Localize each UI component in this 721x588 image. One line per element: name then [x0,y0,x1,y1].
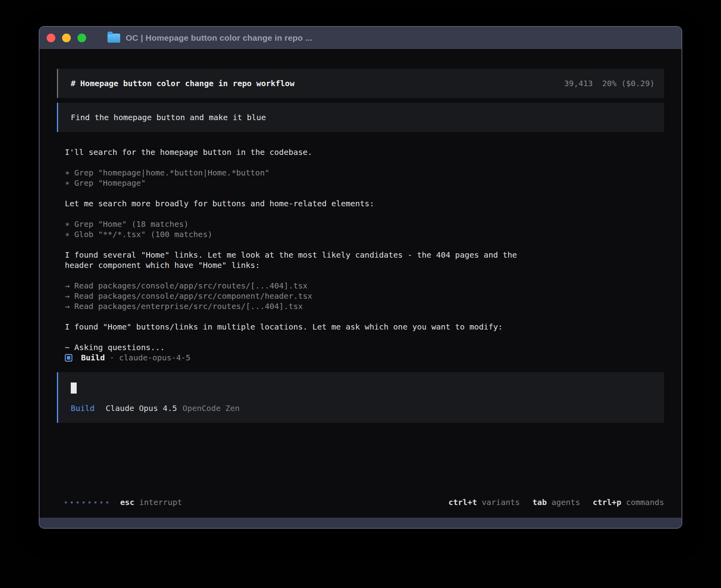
text-cursor [71,383,77,394]
conversation-line: ~ Asking questions... [65,342,664,352]
agent-model: claude-opus-4-5 [119,352,191,363]
conversation-line: I found several "Home" links. Let me loo… [65,250,664,260]
terminal-content: # Homepage button color change in repo w… [40,49,681,518]
spinner-dot [65,501,67,503]
conversation-line: I found "Home" buttons/links in multiple… [65,322,664,332]
spinner-dot [89,501,91,503]
conversation-text: ~ Asking questions... [65,343,165,352]
tool-call-icon: ∗ [65,178,70,188]
conversation-text: Grep "homepage|home.*button|Home.*button… [74,168,270,177]
status-bar-left: escinterrupt [65,497,182,507]
keybind-interrupt: escinterrupt [120,497,182,507]
context-percent: 20% [602,78,617,89]
conversation-blank-line [65,332,664,342]
spinner-dot [100,501,102,503]
folder-icon [108,34,120,43]
prompt-input[interactable]: Build Claude Opus 4.5 OpenCode Zen [57,372,664,423]
session-header: # Homepage button color change in repo w… [57,69,664,98]
input-meta: Build Claude Opus 4.5 OpenCode Zen [71,403,655,413]
status-bar: escinterrupt ctrl+tvariants tabagents ct… [57,497,664,507]
agent-separator: · [109,352,114,363]
token-count: 39,413 [564,78,593,89]
conversation-text: Glob "**/*.tsx" (100 matches) [74,230,212,239]
conversation-text: header component which have "Home" links… [65,260,260,270]
window-titlebar[interactable]: OC | Homepage button color change in rep… [40,27,681,49]
conversation-text: Let me search more broadly for buttons a… [65,199,374,208]
tool-call-icon: ∗ [65,230,70,239]
traffic-lights [47,34,86,42]
user-message-text: Find the homepage button and make it blu… [71,113,266,122]
agent-status-line: Build · claude-opus-4-5 [65,352,664,363]
window-footer-strip [40,518,681,528]
session-stats: 39,413 20% ($0.29) [564,78,655,89]
conversation-line: I'll search for the homepage button in t… [65,147,664,157]
keybind-variants: ctrl+tvariants [448,497,520,507]
conversation-text: I found "Home" buttons/links in multiple… [65,322,503,332]
conversation-blank-line [65,239,664,250]
terminal-window: OC | Homepage button color change in rep… [39,26,682,529]
keybind-commands: ctrl+pcommands [593,497,664,507]
conversation-text: Grep "Home" (18 matches) [74,219,189,229]
conversation-text: Grep "Homepage" [74,178,146,188]
conversation-text: Read packages/console/app/src/routes/[..… [74,281,308,290]
tool-call-icon: ∗ [65,219,70,229]
conversation-line: ∗Grep "homepage|home.*button|Home.*butto… [65,168,664,178]
spinner-dot [71,501,73,503]
conversation-line: →Read packages/enterprise/src/routes/[..… [65,301,664,311]
conversation-blank-line [65,209,664,219]
conversation-text: I found several "Home" links. Let me loo… [65,250,517,260]
conversation-blank-line [65,270,664,281]
conversation-line: →Read packages/console/app/src/routes/[.… [65,281,664,291]
user-message: Find the homepage button and make it blu… [57,103,664,132]
read-tool-icon: → [65,302,70,311]
conversation: I'll search for the homepage button in t… [65,147,664,352]
read-tool-icon: → [65,281,70,290]
session-title: # Homepage button color change in repo w… [71,78,294,89]
conversation-text: I'll search for the homepage button in t… [65,147,312,157]
conversation-line: Let me search more broadly for buttons a… [65,198,664,209]
session-cost: ($0.29) [621,78,655,89]
spinner-dot [83,501,85,503]
spinner-dot [106,501,108,503]
build-agent-icon [65,354,72,362]
conversation-line: header component which have "Home" links… [65,260,664,270]
conversation-blank-line [65,157,664,168]
conversation-blank-line [65,188,664,198]
spinner-dot [94,501,96,503]
conversation-line: ∗Grep "Homepage" [65,178,664,188]
read-tool-icon: → [65,291,70,301]
conversation-text: Read packages/enterprise/src/routes/[...… [74,302,303,311]
conversation-line: ∗Glob "**/*.tsx" (100 matches) [65,229,664,239]
input-provider-label: OpenCode Zen [183,403,240,413]
spinner-dot [77,501,79,503]
conversation-line: →Read packages/console/app/src/component… [65,291,664,301]
agent-name: Build [81,352,105,363]
minimize-button[interactable] [62,34,71,42]
conversation-text: Read packages/console/app/src/component/… [74,291,312,301]
tool-call-icon: ∗ [65,168,70,177]
conversation-line: ∗Grep "Home" (18 matches) [65,219,664,229]
keybind-agents: tabagents [532,497,580,507]
conversation-blank-line [65,311,664,322]
window-title: OC | Homepage button color change in rep… [126,33,312,43]
maximize-button[interactable] [77,34,86,42]
status-bar-right: ctrl+tvariants tabagents ctrl+pcommands [448,497,664,507]
spinner-dots [65,501,108,503]
input-agent-label[interactable]: Build [71,403,94,413]
input-model-label[interactable]: Claude Opus 4.5 [106,403,177,413]
close-button[interactable] [47,34,55,42]
